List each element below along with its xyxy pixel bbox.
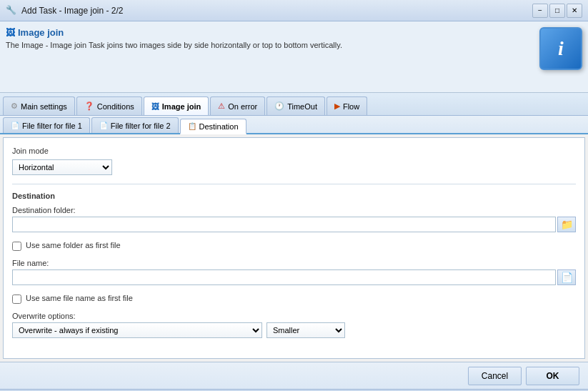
join-mode-label: Join mode xyxy=(12,147,576,155)
window-controls: − □ ✕ xyxy=(532,4,582,18)
folder-icon: 📁 xyxy=(561,219,573,230)
destination-folder-browse-btn[interactable]: 📁 xyxy=(557,217,576,232)
sub-tab-file-filter-2[interactable]: 📄 File filter for file 2 xyxy=(91,117,179,133)
destination-icon: 📋 xyxy=(188,122,196,130)
join-mode-select[interactable]: Horizontal Vertical xyxy=(12,159,112,175)
file-name-label: File name: xyxy=(12,259,576,267)
file-name-row: 📄 xyxy=(12,269,576,285)
file-browse-icon: 📄 xyxy=(561,272,573,283)
file1-icon: 📄 xyxy=(11,122,19,129)
bottom-panel: Cancel OK xyxy=(0,362,588,389)
divider-1 xyxy=(12,184,576,184)
overwrite-row: Overwrite - always if existing Do not ov… xyxy=(12,322,576,338)
use-same-filename-checkbox[interactable] xyxy=(12,295,21,304)
tab-timeout[interactable]: 🕐 TimeOut xyxy=(266,96,325,115)
maximize-button[interactable]: □ xyxy=(549,4,565,18)
file-name-group: File name: 📄 xyxy=(12,259,576,285)
image-join-icon: 🖼 xyxy=(6,27,15,38)
destination-group: Destination Destination folder: 📁 xyxy=(12,192,576,232)
tab-flow[interactable]: ▶ Flow xyxy=(327,96,367,115)
file-name-input[interactable] xyxy=(12,269,556,285)
error-icon: ⚠ xyxy=(218,102,225,111)
minimize-button[interactable]: − xyxy=(532,4,548,18)
flow-icon: ▶ xyxy=(334,102,340,111)
sub-tab-destination[interactable]: 📋 Destination xyxy=(180,119,246,134)
sub-tab-file-filter-1[interactable]: 📄 File filter for file 1 xyxy=(3,117,90,133)
form-area: Join mode Horizontal Vertical Destinatio… xyxy=(3,137,585,359)
sub-tab-bar: 📄 File filter for file 1 📄 File filter f… xyxy=(0,116,588,134)
tab-conditions[interactable]: ❓ Conditions xyxy=(76,96,142,115)
info-icon-box: i xyxy=(539,27,582,70)
use-same-folder-label: Use same folder as first file xyxy=(26,241,121,249)
destination-section-title: Destination xyxy=(12,192,576,200)
app-title: 🖼 Image join xyxy=(6,27,342,38)
use-same-filename-row: Use same file name as first file xyxy=(12,294,576,305)
join-mode-group: Join mode Horizontal Vertical xyxy=(12,147,576,175)
overwrite-group: Overwrite options: Overwrite - always if… xyxy=(12,312,576,338)
tab-main-settings[interactable]: ⚙ Main settings xyxy=(3,96,75,115)
overwrite-select[interactable]: Overwrite - always if existing Do not ov… xyxy=(12,322,262,338)
use-same-filename-label: Use same file name as first file xyxy=(26,294,133,302)
overwrite-options-label: Overwrite options: xyxy=(12,312,576,320)
window-title: Add Task - Image join - 2/2 xyxy=(21,6,124,16)
cancel-button[interactable]: Cancel xyxy=(468,367,522,385)
destination-folder-row: 📁 xyxy=(12,217,576,232)
destination-folder-label: Destination folder: xyxy=(12,206,576,214)
tab-on-error[interactable]: ⚠ On error xyxy=(210,96,265,115)
use-same-folder-checkbox[interactable] xyxy=(12,242,21,251)
close-button[interactable]: ✕ xyxy=(567,4,582,18)
main-header: 🖼 Image join The Image - Image join Task… xyxy=(0,21,588,93)
title-bar: 🔧 Add Task - Image join - 2/2 − □ ✕ xyxy=(0,0,588,21)
secondary-select[interactable]: Smaller Larger None xyxy=(266,322,345,338)
conditions-icon: ❓ xyxy=(84,102,94,111)
use-same-folder-row: Use same folder as first file xyxy=(12,241,576,252)
destination-folder-input[interactable] xyxy=(12,217,556,232)
app-description: The Image - Image join Task joins two im… xyxy=(6,41,342,49)
timeout-icon: 🕐 xyxy=(274,102,284,111)
image-join-tab-icon: 🖼 xyxy=(151,102,159,111)
tab-image-join[interactable]: 🖼 Image join xyxy=(144,96,209,115)
tab-bar: ⚙ Main settings ❓ Conditions 🖼 Image joi… xyxy=(0,93,588,116)
app-icon: 🔧 xyxy=(6,5,17,16)
settings-icon: ⚙ xyxy=(11,102,18,111)
ok-button[interactable]: OK xyxy=(526,367,579,385)
file-name-browse-btn[interactable]: 📄 xyxy=(557,269,576,285)
file2-icon: 📄 xyxy=(99,122,108,129)
